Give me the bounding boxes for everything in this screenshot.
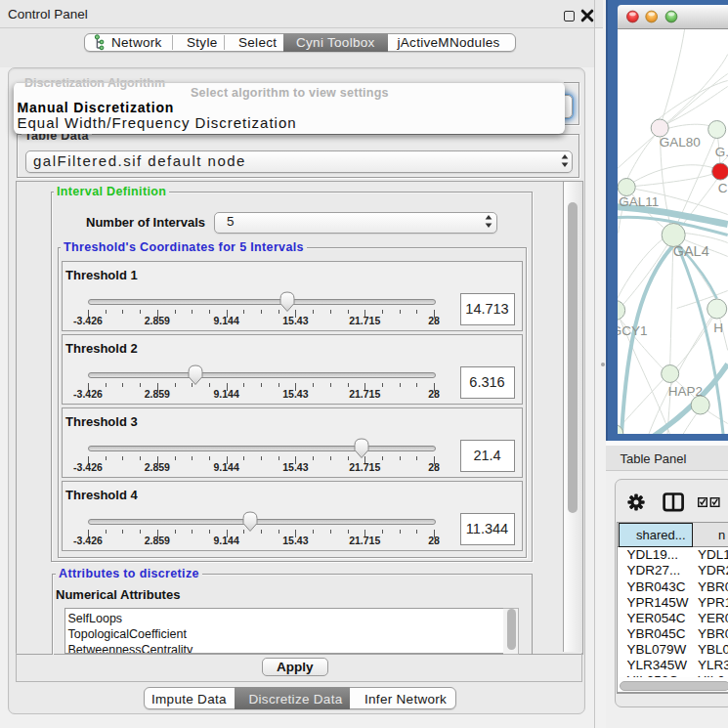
svg-text:GAL4: GAL4 (673, 243, 709, 259)
svg-text:G.: G. (715, 145, 728, 159)
svg-text:HAP2: HAP2 (668, 384, 703, 399)
svg-text:GCY1: GCY1 (618, 323, 647, 338)
svg-text:GAL11: GAL11 (619, 194, 659, 209)
svg-text:H: H (713, 321, 723, 335)
svg-text:C: C (718, 181, 728, 195)
svg-text:GAL80: GAL80 (660, 135, 701, 150)
